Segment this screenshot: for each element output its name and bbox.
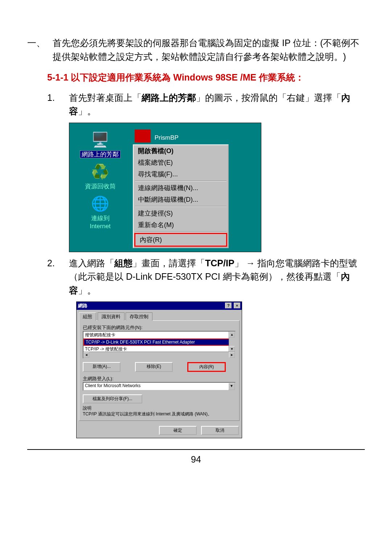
titlebar-buttons: ? × bbox=[224, 303, 240, 309]
section-text-1: 以下設定適用作業系統為 bbox=[68, 72, 173, 82]
icon-label: 連線到 bbox=[91, 215, 110, 222]
icon-label: 資源回收筒 bbox=[85, 183, 116, 190]
page-number: 94 bbox=[27, 454, 365, 465]
components-listbox[interactable]: 撥號網路配接卡 TCP/IP -> D-Link DFE-530TX PCI F… bbox=[83, 331, 236, 358]
list-item[interactable]: 撥號網路配接卡 bbox=[83, 332, 235, 338]
app-icon bbox=[135, 130, 151, 143]
document-page: 一、 首先您必須先將要架設的伺服器那台電腦設為固定的虛擬 IP 位址：(不範例不… bbox=[0, 0, 392, 479]
description-box: 說明 TCP/IP 通訊協定可以讓您用來連線到 Internet 及廣域網路 (… bbox=[83, 406, 236, 417]
text: 」的圖示，按滑鼠的「右鍵」選擇「 bbox=[196, 93, 341, 103]
step-body: 進入網路「組態」畫面，請選擇「TCP/IP」 → 指向您電腦網路卡的型號（此示範… bbox=[69, 257, 365, 297]
close-button[interactable]: × bbox=[234, 303, 240, 308]
figure-desktop: 🖥️ 網路上的芳鄰 ♻️ 資源回收筒 🌐 連線到 Internet bbox=[69, 123, 261, 252]
ordered-list: 1. 首先對著桌面上「網路上的芳鄰」的圖示，按滑鼠的「右鍵」選擇「內容」。 🖥️… bbox=[47, 91, 365, 439]
text: 」畫面，請選擇「 bbox=[132, 258, 205, 268]
dialog-titlebar: 網路 ? × bbox=[77, 302, 242, 310]
menu-open[interactable]: 開啟舊檔(O) bbox=[134, 145, 228, 157]
computers-icon: 🖥️ bbox=[69, 130, 131, 149]
menu-separator bbox=[135, 206, 226, 207]
globe-icon: 🌐 bbox=[69, 194, 131, 213]
highlight-box: 內容(R) bbox=[134, 233, 227, 247]
menu-create-shortcut[interactable]: 建立捷徑(S) bbox=[134, 208, 228, 219]
text: 進入網路「 bbox=[69, 258, 114, 268]
step-2: 2. 進入網路「組態」畫面，請選擇「TCP/IP」 → 指向您電腦網路卡的型號（… bbox=[47, 257, 365, 297]
dialog-tabs: 組態 識別資料 存取控制 bbox=[77, 310, 242, 320]
scroll-right-icon[interactable]: ► bbox=[229, 352, 235, 358]
menu-find-computer[interactable]: 尋找電腦(F)... bbox=[134, 168, 228, 180]
bold-text: TCP/IP bbox=[205, 258, 234, 268]
section-number: 5-1-1 bbox=[47, 72, 68, 82]
list-marker: 一、 bbox=[27, 36, 53, 63]
installed-components-label: 已經安裝下面的網路元件(N): bbox=[83, 324, 236, 331]
context-menu: 開啟舊檔(O) 檔案總管(E) 尋找電腦(F)... 連線網路磁碟機(N)...… bbox=[133, 144, 229, 248]
share-button-row: 檔案及列印分享(F)... bbox=[83, 394, 236, 403]
vertical-scrollbar[interactable]: ▲ ▼ bbox=[229, 332, 235, 352]
remove-button[interactable]: 移除(E) bbox=[135, 362, 173, 372]
scroll-up-icon[interactable]: ▲ bbox=[229, 332, 235, 337]
text: 首先對著桌面上「 bbox=[69, 93, 142, 103]
icon-recycle-bin[interactable]: ♻️ 資源回收筒 bbox=[69, 162, 131, 190]
figure-network-dialog: 網路 ? × 組態 識別資料 存取控制 已經安裝下面的網路元件(N): 撥號網路… bbox=[76, 301, 241, 438]
icon-prism[interactable]: PrismBP bbox=[135, 127, 261, 141]
step-number: 2. bbox=[47, 257, 69, 297]
menu-explorer[interactable]: 檔案總管(E) bbox=[134, 157, 228, 168]
primary-logon-select[interactable]: Client for Microsoft Networks ▼ bbox=[83, 382, 236, 391]
desktop-screenshot: 🖥️ 網路上的芳鄰 ♻️ 資源回收筒 🌐 連線到 Internet bbox=[69, 123, 261, 252]
section-os: Windows 98SE /ME bbox=[173, 72, 256, 82]
scroll-left-icon[interactable]: ◄ bbox=[83, 352, 89, 358]
icon-label: 網路上的芳鄰 bbox=[80, 151, 121, 158]
component-buttons: 新增(A)... 移除(E) 內容(R) bbox=[83, 362, 236, 372]
menu-separator bbox=[135, 181, 226, 181]
step-1: 1. 首先對著桌面上「網路上的芳鄰」的圖示，按滑鼠的「右鍵」選擇「內容」。 bbox=[47, 91, 365, 118]
tab-panel-config: 已經安裝下面的網路元件(N): 撥號網路配接卡 TCP/IP -> D-Link… bbox=[79, 320, 240, 421]
list-item-main: 一、 首先您必須先將要架設的伺服器那台電腦設為固定的虛擬 IP 位址：(不範例不… bbox=[27, 36, 365, 63]
properties-button[interactable]: 內容(R) bbox=[187, 362, 226, 372]
desktop-icons-column: 🖥️ 網路上的芳鄰 ♻️ 資源回收筒 🌐 連線到 Internet bbox=[69, 123, 131, 234]
help-button[interactable]: ? bbox=[225, 303, 232, 308]
bold-text: 組態 bbox=[114, 258, 132, 268]
menu-rename[interactable]: 重新命名(M) bbox=[134, 219, 228, 231]
menu-separator bbox=[135, 231, 226, 232]
tab-access-control[interactable]: 存取控制 bbox=[126, 312, 152, 321]
file-print-sharing-button[interactable]: 檔案及列印分享(F)... bbox=[83, 394, 142, 403]
ok-button[interactable]: 確定 bbox=[159, 426, 197, 435]
horizontal-scrollbar[interactable]: ◄ ► bbox=[83, 352, 235, 358]
primary-logon-label: 主網路登入(L): bbox=[83, 376, 236, 382]
description-text: TCP/IP 通訊協定可以讓您用來連線到 Internet 及廣域網路 (WAN… bbox=[83, 411, 236, 417]
icon-network-neighborhood[interactable]: 🖥️ 網路上的芳鄰 bbox=[69, 130, 131, 159]
tab-identification[interactable]: 識別資料 bbox=[98, 312, 124, 321]
bold-text: 網路上的芳鄰 bbox=[142, 93, 196, 103]
description-label: 說明 bbox=[83, 406, 236, 411]
cancel-button[interactable]: 取消 bbox=[201, 426, 239, 435]
icon-label-2: Internet bbox=[69, 222, 131, 230]
step-number: 1. bbox=[47, 91, 69, 118]
list-item-selected[interactable]: TCP/IP -> D-Link DFE-530TX PCI Fast Ethe… bbox=[83, 338, 235, 346]
dialog-footer: 確定 取消 bbox=[77, 423, 242, 438]
menu-properties[interactable]: 內容(R) bbox=[135, 234, 226, 246]
icon-label: PrismBP bbox=[155, 134, 179, 141]
menu-map-drive[interactable]: 連線網路磁碟機(N)... bbox=[134, 182, 228, 194]
list-body: 首先您必須先將要架設的伺服器那台電腦設為固定的虛擬 IP 位址：(不範例不提供架… bbox=[53, 36, 365, 63]
add-button[interactable]: 新增(A)... bbox=[83, 362, 121, 372]
menu-disconnect-drive[interactable]: 中斷網路磁碟機(D)... bbox=[134, 194, 228, 205]
text: 」。 bbox=[78, 285, 96, 295]
scroll-down-icon[interactable]: ▼ bbox=[229, 346, 235, 352]
page-rule bbox=[27, 449, 365, 450]
dialog-title: 網路 bbox=[78, 303, 87, 309]
tab-config[interactable]: 組態 bbox=[79, 312, 96, 321]
section-text-2: 作業系統： bbox=[256, 72, 304, 82]
network-dialog: 網路 ? × 組態 識別資料 存取控制 已經安裝下面的網路元件(N): 撥號網路… bbox=[76, 301, 242, 438]
section-heading: 5-1-1 以下設定適用作業系統為 Windows 98SE /ME 作業系統： bbox=[47, 71, 365, 85]
step-body: 首先對著桌面上「網路上的芳鄰」的圖示，按滑鼠的「右鍵」選擇「內容」。 bbox=[69, 91, 365, 118]
recycle-icon: ♻️ bbox=[69, 162, 131, 181]
select-value: Client for Microsoft Networks bbox=[85, 383, 140, 388]
icon-connect-to-internet[interactable]: 🌐 連線到 Internet bbox=[69, 194, 131, 230]
dropdown-icon[interactable]: ▼ bbox=[228, 383, 235, 390]
desktop-right-column: PrismBP 開啟舊檔(O) 檔案總管(E) 尋找電腦(F)... 連線網路磁… bbox=[131, 123, 261, 252]
text: 」。 bbox=[78, 106, 96, 116]
